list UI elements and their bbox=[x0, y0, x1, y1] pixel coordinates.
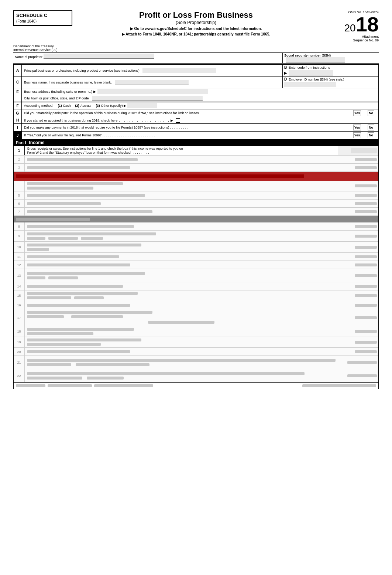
blur-4a bbox=[27, 182, 123, 185]
row-i-no[interactable]: No bbox=[368, 125, 374, 130]
blurred-num-3: 3 bbox=[14, 164, 25, 171]
blurred-row-16: 16 bbox=[14, 301, 378, 309]
row-j-content: If "Yes," did you or will you file requi… bbox=[22, 132, 349, 139]
part-i-title: Income bbox=[29, 140, 45, 145]
row-c-text: Business name. If no separate business n… bbox=[24, 81, 112, 84]
blurred-row-3: 3 bbox=[14, 164, 378, 172]
row-g-label: G bbox=[14, 109, 22, 117]
blurred-row-19: 19 bbox=[14, 337, 378, 348]
schedule-title: SCHEDULE C bbox=[16, 13, 69, 19]
row-j-text: If "Yes," did you or will you file requi… bbox=[24, 133, 155, 137]
footer-right bbox=[302, 384, 376, 387]
acct-other-input[interactable] bbox=[127, 103, 157, 108]
row-a-label: A bbox=[14, 65, 22, 76]
ssn-input[interactable] bbox=[286, 57, 345, 62]
dept-left: Department of the Treasury Internal Reve… bbox=[13, 44, 72, 52]
row-j: J If "Yes," did you or will you file req… bbox=[14, 132, 378, 139]
blurred-val-2 bbox=[338, 156, 378, 163]
blurred-row-13: 13 bbox=[14, 269, 378, 282]
ssn-label: Social security number (SSN) bbox=[284, 54, 331, 57]
line-1-text2: Form W-2 and the "Statutory employee" bo… bbox=[27, 151, 149, 154]
row-a-content: Principal business or profession, includ… bbox=[22, 65, 282, 76]
name-cell: Name of proprietor bbox=[13, 53, 283, 63]
row-i-yes-no: Yes No bbox=[349, 124, 378, 131]
blurred-row-9: 9 bbox=[14, 231, 378, 242]
blur-4b bbox=[27, 187, 93, 190]
b-arrow: ▶ bbox=[284, 71, 287, 75]
row-i-content: Did you make any payments in 2018 that w… bbox=[22, 124, 349, 131]
right-header: OMB No. 1545-0074 20 18 Attachment Seque… bbox=[320, 10, 379, 42]
sequence-text: Sequence No. 09 bbox=[320, 38, 379, 42]
name-input[interactable] bbox=[44, 54, 154, 59]
row-f-text: Accounting method: bbox=[24, 104, 54, 108]
blurred-num-2: 2 bbox=[14, 156, 25, 163]
blurred-row-21: 21 bbox=[14, 356, 378, 369]
irs-link: ▶ Go to www.irs.gov/ScheduleC for instru… bbox=[76, 27, 316, 31]
part-i-header: Part I Income bbox=[14, 139, 378, 146]
part-ii-header-blurred bbox=[14, 216, 378, 222]
row-j-yes[interactable]: Yes bbox=[353, 132, 361, 138]
blurred-row-6: 6 bbox=[14, 200, 378, 208]
row-h-text: If you started or acquired this business… bbox=[24, 119, 117, 122]
row-e: E Business address (including suite or r… bbox=[14, 88, 378, 95]
header-area: SCHEDULE C (Form 1040) Profit or Loss Fr… bbox=[13, 10, 379, 42]
city-text: City, town or post office, state, and ZI… bbox=[24, 96, 89, 100]
row-h-checkbox[interactable] bbox=[176, 118, 180, 123]
blur-3 bbox=[27, 166, 130, 169]
row-e-content: Business address (including suite or roo… bbox=[22, 88, 378, 95]
blurred-row-2: 2 bbox=[14, 156, 378, 164]
footer-row bbox=[14, 382, 378, 389]
blurred-row-7: 7 bbox=[14, 208, 378, 216]
row-e-input[interactable] bbox=[97, 89, 208, 94]
row-h: H If you started or acquired this busine… bbox=[14, 117, 378, 124]
city-input[interactable] bbox=[92, 96, 203, 101]
row-i-text: Did you make any payments in 2018 that w… bbox=[24, 126, 188, 129]
main-title: Profit or Loss From Business bbox=[76, 10, 316, 20]
row-j-no[interactable]: No bbox=[368, 132, 374, 138]
row-i: I Did you make any payments in 2018 that… bbox=[14, 124, 378, 132]
b-label: B Enter code from instructions bbox=[284, 65, 377, 69]
line-1-value bbox=[338, 146, 378, 155]
year-20: 20 bbox=[344, 23, 356, 35]
row-c-label: C bbox=[14, 76, 22, 88]
blurred-row-22: 22 bbox=[14, 369, 378, 382]
row-g-no[interactable]: No bbox=[368, 110, 374, 116]
row-j-label: J bbox=[14, 132, 22, 139]
dept-line2: Internal Revenue Service (99) bbox=[13, 48, 72, 52]
row-a-text: Principal business or profession, includ… bbox=[24, 69, 140, 72]
row-g: G Did you "materially participate" in th… bbox=[14, 109, 378, 117]
row-e-text: Business address (including suite or roo… bbox=[24, 90, 96, 93]
row-a-input[interactable] bbox=[142, 68, 216, 73]
row-g-yes-no: Yes No bbox=[349, 109, 378, 117]
acct-cash: (1) Cash bbox=[58, 104, 71, 108]
acct-accrual: (2) Accrual bbox=[75, 104, 92, 108]
row-g-yes[interactable]: Yes bbox=[353, 110, 361, 116]
line-1-value-box[interactable] bbox=[351, 148, 377, 153]
city-label-space bbox=[14, 95, 22, 102]
row-f-content: Accounting method: (1) Cash (2) Accrual … bbox=[22, 102, 378, 109]
row-h-content: If you started or acquired this business… bbox=[22, 117, 378, 123]
blurred-row-12: 12 bbox=[14, 261, 378, 269]
blurred-row-14: 14 bbox=[14, 282, 378, 290]
center-header: Profit or Loss From Business (Sole Propr… bbox=[72, 10, 320, 36]
attach-note: ▶ Attach to Form 1040, 1040NR, or 1041; … bbox=[76, 32, 316, 36]
schedule-sub: (Form 1040) bbox=[16, 19, 69, 24]
line-1-content: Gross receipts or sales. See instruction… bbox=[25, 146, 338, 155]
b-input[interactable] bbox=[289, 70, 333, 75]
blurred-row-15: 15 bbox=[14, 290, 378, 301]
row-i-yes[interactable]: Yes bbox=[353, 125, 361, 130]
blurred-row-11: 11 bbox=[14, 253, 378, 261]
row-h-label: H bbox=[14, 117, 22, 123]
year-block: 20 18 bbox=[320, 14, 379, 35]
line-1-num: 1 bbox=[14, 146, 25, 155]
d-input[interactable] bbox=[284, 82, 336, 87]
row-f: F Accounting method: (1) Cash (2) Accrua… bbox=[14, 102, 378, 109]
part-i-label: Part I bbox=[16, 140, 26, 145]
row-c-input[interactable] bbox=[115, 80, 189, 85]
blur-val-2 bbox=[355, 158, 377, 161]
form-outer: A Principal business or profession, incl… bbox=[13, 64, 379, 389]
blurred-content-3 bbox=[25, 164, 338, 171]
city-content: City, town or post office, state, and ZI… bbox=[22, 95, 378, 102]
blurred-row-10: 10 bbox=[14, 242, 378, 253]
irs-link-text: ▶ Go to www.irs.gov/ScheduleC for instru… bbox=[130, 27, 262, 31]
